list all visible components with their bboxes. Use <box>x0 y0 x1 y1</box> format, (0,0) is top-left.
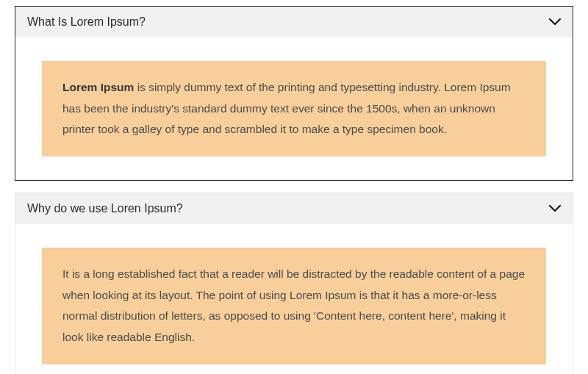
accordion-title: Why do we use Loren Ipsum? <box>27 202 183 215</box>
accordion-header[interactable]: What Is Lorem Ipsum? <box>15 7 573 37</box>
accordion-item: Why do we use Loren Ipsum? It is a long … <box>15 193 573 374</box>
highlight-box: Lorem Ipsum is simply dummy text of the … <box>42 61 546 157</box>
chevron-down-icon <box>549 205 561 212</box>
accordion-body-bold: Lorem Ipsum <box>62 81 134 93</box>
chevron-down-icon <box>549 18 561 26</box>
accordion-body: Lorem Ipsum is simply dummy text of the … <box>15 37 573 180</box>
accordion-body-text: It is a long established fact that a rea… <box>62 264 526 348</box>
accordion-body-text: Lorem Ipsum is simply dummy text of the … <box>62 77 526 140</box>
highlight-box: It is a long established fact that a rea… <box>42 248 546 364</box>
accordion-item: What Is Lorem Ipsum? Lorem Ipsum is simp… <box>15 6 573 181</box>
accordion-header[interactable]: Why do we use Loren Ipsum? <box>15 193 573 224</box>
accordion-body: It is a long established fact that a rea… <box>15 224 573 374</box>
accordion-title: What Is Lorem Ipsum? <box>27 15 146 29</box>
